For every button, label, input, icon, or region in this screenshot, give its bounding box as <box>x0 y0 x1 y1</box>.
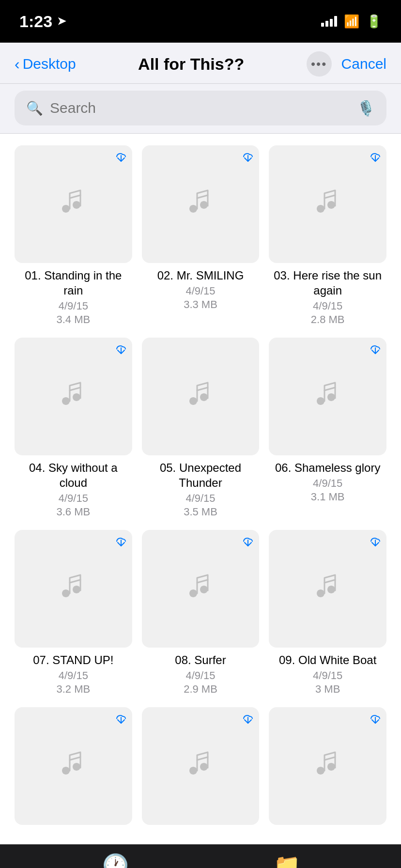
file-date: 4/9/15 <box>59 300 88 312</box>
microphone-icon[interactable]: 🎙️ <box>357 100 375 117</box>
music-note-icon <box>311 745 345 779</box>
back-button[interactable]: ‹ Desktop <box>15 55 76 73</box>
time-label: 1:23 <box>19 12 52 31</box>
status-icons: 📶 🔋 <box>321 14 382 29</box>
file-thumbnail <box>142 338 260 455</box>
cloud-download-icon <box>369 536 382 546</box>
recents-icon: 🕐 <box>102 852 129 868</box>
file-date: 4/9/15 <box>313 669 342 682</box>
files-grid: 01. Standing in the rain 4/9/15 3.4 MB 0… <box>15 145 386 844</box>
file-thumbnail <box>269 707 386 825</box>
music-note <box>184 184 217 225</box>
file-size: 3.4 MB <box>56 313 90 326</box>
file-size: 3.5 MB <box>184 506 217 518</box>
cloud-download-icon <box>369 342 382 357</box>
music-note-icon <box>56 184 90 217</box>
more-button[interactable]: ••• <box>307 51 332 77</box>
cloud-download-icon <box>369 535 382 550</box>
file-thumbnail <box>142 530 260 648</box>
music-note-icon <box>184 745 217 779</box>
list-item[interactable]: 01. Standing in the rain 4/9/15 3.4 MB <box>15 145 132 326</box>
file-thumbnail <box>142 145 260 263</box>
file-name: 03. Here rise the sun again <box>269 268 386 298</box>
file-size: 3.3 MB <box>184 298 217 311</box>
cloud-download-icon <box>115 712 127 727</box>
list-item[interactable]: 08. Surfer 4/9/15 2.9 MB <box>142 530 260 696</box>
music-note-icon <box>56 745 90 779</box>
file-size: 2.8 MB <box>311 313 345 326</box>
status-bar: 1:23 ➤ 📶 🔋 <box>0 0 401 43</box>
cloud-download-icon <box>242 713 254 724</box>
list-item[interactable]: 04. Sky without a cloud 4/9/15 3.6 MB <box>15 338 132 518</box>
list-item[interactable]: 02. Mr. SMILING 4/9/15 3.3 MB <box>142 145 260 326</box>
file-size: 3.6 MB <box>56 506 90 518</box>
list-item[interactable]: 03. Here rise the sun again 4/9/15 2.8 M… <box>269 145 386 326</box>
music-note <box>184 376 217 417</box>
cloud-download-icon <box>115 342 127 357</box>
file-date: 4/9/15 <box>59 492 88 505</box>
music-note-icon <box>56 568 90 602</box>
file-date: 4/9/15 <box>185 669 215 682</box>
file-thumbnail <box>269 530 386 648</box>
tab-recents[interactable]: 🕐 Recents <box>96 852 135 868</box>
location-icon: ➤ <box>57 15 66 28</box>
cloud-download-icon <box>369 712 382 727</box>
list-item[interactable]: 07. STAND UP! 4/9/15 3.2 MB <box>15 530 132 696</box>
cloud-download-icon <box>242 151 254 162</box>
tab-bar: 🕐 Recents 📁 Browse <box>0 844 401 868</box>
cloud-download-icon <box>115 536 127 546</box>
cancel-button[interactable]: Cancel <box>341 56 386 72</box>
cloud-download-icon <box>369 150 382 165</box>
file-name: 06. Shameless glory <box>275 460 380 475</box>
list-item[interactable] <box>15 707 132 830</box>
file-size: 3 MB <box>315 683 340 696</box>
signal-icon <box>321 16 337 27</box>
browse-icon: 📁 <box>274 852 300 868</box>
content-area: 01. Standing in the rain 4/9/15 3.4 MB 0… <box>0 134 401 844</box>
list-item[interactable] <box>269 707 386 830</box>
file-thumbnail <box>15 530 132 648</box>
music-note <box>184 568 217 609</box>
cloud-download-icon <box>115 150 127 165</box>
search-input[interactable] <box>50 100 350 116</box>
music-note-icon <box>311 376 345 410</box>
file-name: 02. Mr. SMILING <box>157 268 244 283</box>
file-date: 4/9/15 <box>185 492 215 505</box>
file-thumbnail <box>15 707 132 825</box>
file-name: 09. Old White Boat <box>279 652 376 667</box>
back-label: Desktop <box>23 56 76 72</box>
file-date: 4/9/15 <box>313 300 342 312</box>
list-item[interactable] <box>142 707 260 830</box>
file-size: 3.2 MB <box>56 683 90 696</box>
music-note-icon <box>184 568 217 602</box>
search-icon: 🔍 <box>26 100 43 116</box>
search-bar: 🔍 🎙️ <box>15 91 386 125</box>
music-note <box>311 568 345 609</box>
list-item[interactable]: 05. Unexpected Thunder 4/9/15 3.5 MB <box>142 338 260 518</box>
file-date: 4/9/15 <box>313 477 342 490</box>
file-name: 05. Unexpected Thunder <box>142 460 260 490</box>
nav-actions: ••• Cancel <box>307 51 386 77</box>
music-note-icon <box>184 376 217 410</box>
list-item[interactable]: 06. Shameless glory 4/9/15 3.1 MB <box>269 338 386 518</box>
music-note <box>56 568 90 609</box>
cloud-download-icon <box>369 343 382 354</box>
nav-header: ‹ Desktop All for This?? ••• Cancel <box>0 43 401 84</box>
cloud-download-icon <box>369 151 382 162</box>
music-note <box>311 376 345 417</box>
music-note-icon <box>311 184 345 217</box>
tab-browse[interactable]: 📁 Browse <box>269 852 305 868</box>
file-name: 01. Standing in the rain <box>15 268 132 298</box>
cloud-download-icon <box>115 343 127 354</box>
file-thumbnail <box>142 707 260 825</box>
cloud-download-icon <box>369 713 382 724</box>
cloud-download-icon <box>242 535 254 550</box>
music-note-icon <box>56 376 90 410</box>
cloud-download-icon <box>242 536 254 546</box>
file-size: 3.1 MB <box>311 491 345 503</box>
page-title: All for This?? <box>138 55 244 74</box>
file-thumbnail <box>15 338 132 455</box>
file-name: 04. Sky without a cloud <box>15 460 132 490</box>
music-note <box>311 184 345 225</box>
list-item[interactable]: 09. Old White Boat 4/9/15 3 MB <box>269 530 386 696</box>
